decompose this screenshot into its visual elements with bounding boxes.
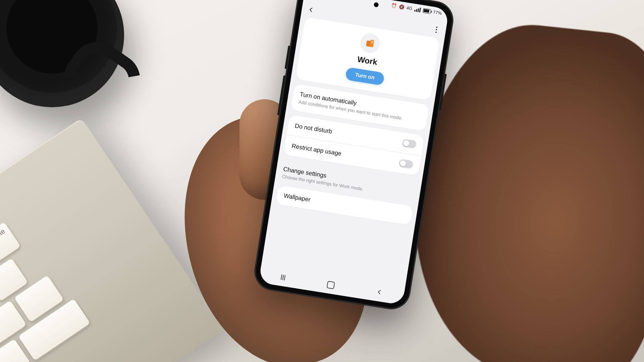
svg-rect-4 <box>371 42 372 43</box>
work-mode-icon <box>359 32 381 54</box>
overflow-menu-button[interactable] <box>431 24 442 35</box>
wallpaper-title: Wallpaper <box>283 192 311 203</box>
battery-icon <box>423 8 431 14</box>
network-label: 4G <box>406 5 413 11</box>
svg-rect-3 <box>373 41 374 42</box>
mute-icon: 🔇 <box>398 4 405 9</box>
alarm-icon: ⏰ <box>391 3 397 8</box>
signal-icon <box>414 7 421 12</box>
back-button[interactable] <box>306 4 317 15</box>
svg-rect-5 <box>372 43 373 44</box>
svg-rect-2 <box>371 41 372 42</box>
battery-percentage: 77% <box>433 9 442 16</box>
nav-home-button[interactable] <box>327 281 335 289</box>
dnd-toggle[interactable] <box>401 139 417 149</box>
notification-icon: ▲ <box>337 0 342 0</box>
restrict-label: Restrict app usage <box>291 142 342 157</box>
turn-on-button[interactable]: Turn on <box>345 67 385 85</box>
dnd-label: Do not disturb <box>294 122 333 135</box>
restrict-toggle[interactable] <box>398 159 414 169</box>
nav-back-button[interactable] <box>376 289 383 297</box>
nav-recents-button[interactable] <box>280 275 285 281</box>
svg-rect-1 <box>370 40 374 47</box>
coffee-mug <box>0 0 124 107</box>
scroll-content[interactable]: Work Turn on Turn on automatically Add c… <box>261 16 444 288</box>
